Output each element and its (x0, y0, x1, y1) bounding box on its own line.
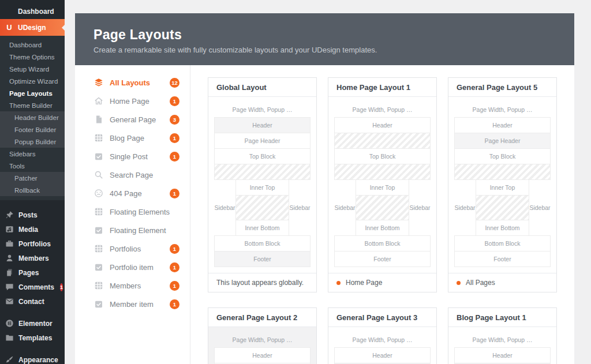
sidebar-item-label: UDesign (18, 24, 46, 32)
sidebar-subitem-tools[interactable]: Tools (0, 160, 65, 172)
layout-card-title: General Page Layout 2 (208, 308, 316, 327)
diagram-sidebar-left: Sidebar (214, 179, 235, 236)
layout-filter-label: Portfolios (110, 245, 141, 253)
sidebar-item-comments[interactable]: Comments1 (0, 280, 65, 294)
diagram-page-width-label: Page Width, Popup … (454, 103, 551, 118)
layout-card-blog-page-layout-1[interactable]: Blog Page Layout 1Page Width, Popup …Hea… (448, 307, 557, 364)
layout-filter-member-item[interactable]: Member item1 (75, 295, 190, 313)
sidebar-item-udesign[interactable]: U UDesign (0, 19, 65, 36)
layout-diagram: Page Width, Popup …HeaderTop BlockSideba… (328, 97, 436, 273)
layout-count-badge: 1 (170, 152, 179, 162)
sidebar-item-label: Appearance (18, 356, 58, 364)
sidebar-item-posts[interactable]: Posts (0, 208, 65, 222)
layout-count-badge: 12 (170, 78, 179, 88)
layout-card-general-page-layout-5[interactable]: General Page Layout 5Page Width, Popup …… (448, 77, 557, 292)
layout-card-general-page-layout-3[interactable]: General Page Layout 3Page Width, Popup …… (328, 307, 437, 364)
sidebar-subitem-rollback[interactable]: Rollback (0, 184, 65, 196)
condition-text: All Pages (466, 279, 495, 287)
layout-filter-home-page[interactable]: Home Page1 (75, 92, 190, 110)
wp-menu-group-2: ElementorTemplates (0, 316, 65, 345)
diagram-content-hatch (334, 164, 431, 180)
layout-filter-label: Members (110, 282, 141, 290)
diagram-box-top-block: Top Block (334, 148, 431, 164)
admin-content: Page Layouts Create a remarkable site wi… (65, 0, 591, 364)
layout-filter-floating-element[interactable]: Floating Element (75, 221, 190, 239)
diagram-box-header: Header (454, 347, 551, 363)
dashboard-icon (5, 7, 14, 16)
diagram-box-inner-bottom: Inner Bottom (356, 220, 409, 236)
person-icon (5, 254, 14, 262)
layers-icon (94, 78, 103, 87)
sidebar-subitem-theme-options[interactable]: Theme Options (0, 51, 65, 63)
layout-filter-members[interactable]: Members1 (75, 276, 190, 295)
sidebar-subitem-optimize-wizard[interactable]: Optimize Wizard (0, 75, 65, 87)
layout-diagram: Page Width, Popup …Header (328, 327, 436, 364)
appearance-icon (5, 355, 14, 364)
diagram-content-hatch (476, 195, 529, 220)
sidebar-subitem-popup-builder[interactable]: Popup Builder (0, 136, 65, 148)
layout-diagram: Page Width, Popup …Header (208, 327, 316, 364)
layout-filter-search-page[interactable]: Search Page (75, 166, 190, 184)
layout-filter-label: Home Page (110, 97, 149, 106)
sidebar-subitem-theme-builder[interactable]: Theme Builder (0, 99, 65, 111)
layout-filter-404-page[interactable]: 404 Page1 (75, 184, 190, 202)
layout-card-home-page-layout-1[interactable]: Home Page Layout 1Page Width, Popup …Hea… (328, 77, 437, 292)
diagram-page-width-label: Page Width, Popup … (334, 333, 431, 348)
sidebar-item-label: Media (18, 226, 38, 234)
layout-card-global-layout[interactable]: Global LayoutPage Width, Popup …HeaderPa… (208, 77, 317, 292)
diagram-center-column: Inner TopInner Bottom (235, 179, 289, 236)
sidebar-subitem-page-layouts[interactable]: Page Layouts (0, 87, 65, 99)
sidebar-item-portfolios[interactable]: Portfolios (0, 237, 65, 251)
sidebar-item-label: Elementor (18, 320, 53, 328)
search-icon (94, 170, 103, 179)
layout-filter-floating-elements[interactable]: Floating Elements (75, 202, 190, 221)
layout-card-general-page-layout-2[interactable]: General Page Layout 2Page Width, Popup …… (208, 307, 317, 364)
home-icon (94, 96, 103, 106)
diagram-content-hatch (454, 164, 551, 180)
layout-count-badge: 1 (170, 244, 179, 254)
page-layouts-panel: All Layouts12Home Page1General Page3Blog… (75, 65, 574, 364)
sidebar-item-templates[interactable]: Templates (0, 331, 65, 345)
layout-filter-general-page[interactable]: General Page3 (75, 110, 190, 129)
sidebar-item-label: Portfolios (18, 240, 51, 248)
sidebar-subitem-header-builder[interactable]: Header Builder (0, 111, 65, 123)
calcheck-icon (94, 152, 103, 161)
sidebar-item-elementor[interactable]: Elementor (0, 316, 65, 331)
pin-icon (5, 211, 14, 219)
layout-filter-single-post[interactable]: Single Post1 (75, 147, 190, 166)
diagram-box-inner-top: Inner Top (476, 179, 529, 196)
diagram-content-hatch (214, 164, 311, 180)
sidebar-item-pages[interactable]: Pages (0, 265, 65, 280)
layout-diagram: Page Width, Popup …HeaderPage HeaderTop … (448, 97, 556, 273)
sidebar-item-label: Comments (18, 283, 54, 291)
file-icon (94, 115, 103, 124)
layout-filter-portfolios[interactable]: Portfolios1 (75, 239, 190, 258)
sidebar-item-media[interactable]: Media (0, 222, 65, 237)
sidebar-subitem-dashboard[interactable]: Dashboard (0, 39, 65, 51)
layout-filter-label: Member item (110, 300, 154, 309)
diagram-box-bottom-block: Bottom Block (334, 235, 431, 252)
diagram-center-column: Inner TopInner Bottom (476, 179, 529, 236)
sidebar-item-dashboard[interactable]: Dashboard (0, 3, 65, 19)
sidebar-subitem-patcher[interactable]: Patcher (0, 172, 65, 184)
sidebar-subitem-setup-wizard[interactable]: Setup Wizard (0, 63, 65, 75)
sidebar-item-appearance[interactable]: Appearance (0, 352, 65, 364)
diagram-box-header: Header (454, 117, 551, 133)
diagram-box-footer: Footer (334, 251, 431, 267)
layout-filter-label: All Layouts (110, 78, 150, 87)
portfolio-icon (5, 239, 14, 248)
sidebar-subitem-footer-builder[interactable]: Footer Builder (0, 123, 65, 136)
diagram-middle-row: SidebarInner TopInner BottomSidebar (214, 179, 311, 236)
diagram-center-column: Inner TopInner Bottom (356, 179, 409, 236)
layout-filter-blog-page[interactable]: Blog Page1 (75, 129, 190, 147)
wp-menu-group-1: PostsMediaPortfoliosMembersPagesComments… (0, 208, 65, 309)
sidebar-item-contact[interactable]: Contact (0, 294, 65, 309)
sidebar-item-members[interactable]: Members (0, 251, 65, 265)
sidebar-item-label: Pages (18, 269, 39, 277)
templates-icon (5, 333, 14, 342)
sidebar-subitem-sidebars[interactable]: Sidebars (0, 148, 65, 160)
layout-filter-portfolio-item[interactable]: Portfolio item1 (75, 258, 190, 276)
diagram-page-width-label: Page Width, Popup … (214, 103, 311, 118)
layout-filter-all-layouts[interactable]: All Layouts12 (75, 73, 190, 92)
layout-cards-grid: Global LayoutPage Width, Popup …HeaderPa… (190, 65, 574, 364)
